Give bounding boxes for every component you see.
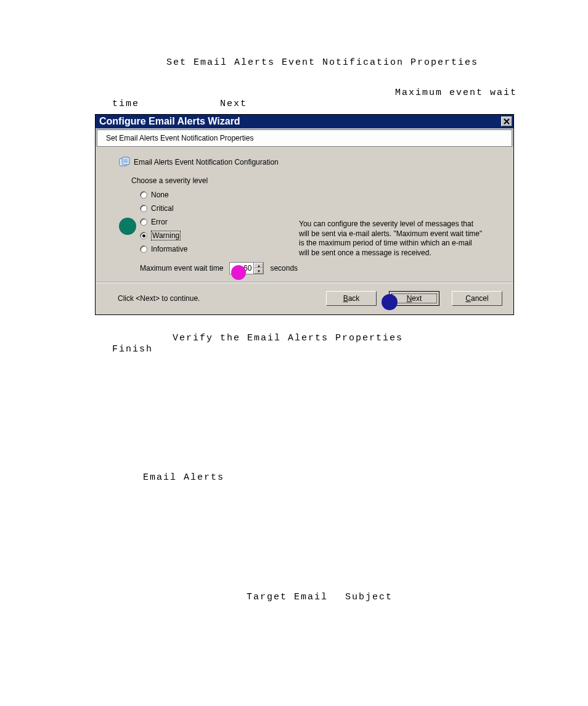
spinner-down-icon[interactable]: ▼: [254, 268, 263, 274]
finish-word: Finish: [112, 344, 153, 355]
radio-label: Critical: [151, 204, 174, 213]
close-icon[interactable]: [501, 117, 512, 126]
radio-icon: [140, 218, 147, 226]
wait-time-unit: seconds: [270, 264, 298, 273]
radio-none[interactable]: None: [140, 188, 496, 202]
back-button-rest: ack: [348, 294, 360, 303]
radio-icon: [140, 191, 147, 199]
annotation-dot-magenta: [231, 265, 246, 280]
config-heading-row: Email Alerts Event Notification Configur…: [119, 157, 502, 168]
config-heading: Email Alerts Event Notification Configur…: [134, 158, 279, 166]
cancel-button-rest: ancel: [471, 294, 489, 303]
wait-label-right: Maximum event wait: [395, 88, 517, 98]
svg-rect-2: [123, 160, 128, 160]
wait-time-row: Maximum event wait time ▲ ▼ seconds: [140, 262, 496, 274]
cancel-button[interactable]: Cancel: [452, 291, 502, 306]
button-row: Back Next Cancel: [326, 291, 502, 306]
target-email-text: Target Email: [247, 592, 328, 602]
radio-label: None: [151, 191, 169, 199]
config-inner: Choose a severity level None Critical Er…: [131, 176, 496, 274]
radio-icon: [140, 245, 147, 253]
next-button-rest: ext: [412, 294, 422, 303]
subject-text: Subject: [345, 592, 393, 602]
help-text: You can configure the severity level of …: [299, 220, 484, 258]
window-title: Configure Email Alerts Wizard: [99, 116, 240, 127]
annotation-dot-blue: [382, 294, 398, 310]
wait-time-label: Maximum event wait time: [140, 264, 223, 273]
next-word: Next: [220, 99, 247, 109]
radio-critical[interactable]: Critical: [140, 202, 496, 215]
heading: Set Email Alerts Event Notification Prop…: [166, 57, 478, 68]
email-alerts-text: Email Alerts: [143, 472, 224, 483]
dialog-body: Email Alerts Event Notification Configur…: [96, 147, 513, 282]
severity-label: Choose a severity level: [131, 176, 496, 185]
wizard-step-title: Set Email Alerts Event Notification Prop…: [97, 129, 512, 147]
wizard-step-title-text: Set Email Alerts Event Notification Prop…: [106, 134, 253, 142]
footer-hint: Click <Next> to continue.: [118, 294, 200, 303]
radio-label: Informative: [151, 245, 187, 253]
dialog-footer: Click <Next> to continue. Back Next Canc…: [96, 282, 513, 314]
svg-rect-3: [123, 162, 128, 162]
back-button[interactable]: Back: [326, 291, 377, 306]
spinner-up-icon[interactable]: ▲: [254, 263, 263, 268]
wizard-icon: [119, 157, 130, 168]
titlebar: Configure Email Alerts Wizard: [96, 115, 513, 128]
time-word: time: [112, 99, 139, 109]
svg-rect-1: [122, 157, 129, 165]
radio-icon: [140, 232, 147, 239]
verify-line: Verify the Email Alerts Properties: [173, 333, 403, 343]
radio-label: Error: [151, 218, 168, 226]
radio-label: Warning: [151, 231, 181, 240]
radio-icon: [140, 205, 147, 212]
annotation-dot-teal: [119, 218, 136, 235]
wizard-dialog: Configure Email Alerts Wizard Set Email …: [95, 114, 514, 315]
